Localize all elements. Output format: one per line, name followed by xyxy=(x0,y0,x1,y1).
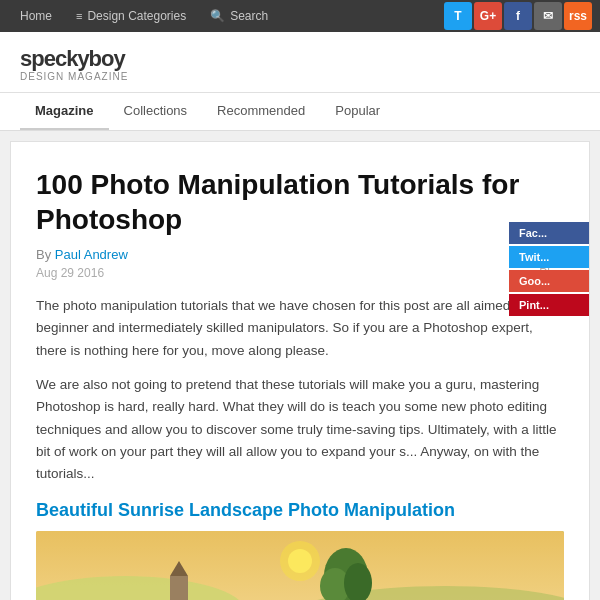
article-date: Aug 29 2016 xyxy=(36,266,104,280)
author-label: By xyxy=(36,247,51,262)
social-icons-group: T G+ f ✉ rss xyxy=(444,2,592,30)
twitter-social-icon[interactable]: T xyxy=(444,2,472,30)
article-paragraph-1: The photo manipulation tutorials that we… xyxy=(36,295,564,362)
email-social-icon[interactable]: ✉ xyxy=(534,2,562,30)
hamburger-icon: ≡ xyxy=(76,10,82,22)
share-sidebar: Fac... Twit... Goo... Pint... xyxy=(509,222,589,316)
tab-popular[interactable]: Popular xyxy=(320,93,395,130)
facebook-social-icon[interactable]: f xyxy=(504,2,532,30)
nav-categories[interactable]: ≡ Design Categories xyxy=(64,0,198,32)
author-link[interactable]: Paul Andrew xyxy=(55,247,128,262)
subsection-title-link[interactable]: Beautiful Sunrise Landscape Photo Manipu… xyxy=(36,500,564,521)
article-image xyxy=(36,531,564,600)
share-pinterest-button[interactable]: Pint... xyxy=(509,294,589,316)
rss-social-icon[interactable]: rss xyxy=(564,2,592,30)
main-content: Fac... Twit... Goo... Pint... 100 Photo … xyxy=(10,141,590,600)
article-author: By Paul Andrew xyxy=(36,247,564,262)
article-title: 100 Photo Manipulation Tutorials for Pho… xyxy=(36,167,564,237)
tab-collections[interactable]: Collections xyxy=(109,93,203,130)
nav-home[interactable]: Home xyxy=(8,0,64,32)
top-navigation: Home ≡ Design Categories 🔍 Search T G+ f… xyxy=(0,0,600,32)
share-twitter-button[interactable]: Twit... xyxy=(509,246,589,268)
tab-magazine[interactable]: Magazine xyxy=(20,93,109,130)
nav-categories-label: Design Categories xyxy=(87,9,186,23)
share-gplus-button[interactable]: Goo... xyxy=(509,270,589,292)
site-header: speckyboy Design Magazine xyxy=(0,32,600,93)
tab-navigation: Magazine Collections Recommended Popular xyxy=(0,93,600,131)
search-icon: 🔍 xyxy=(210,9,225,23)
landscape-svg xyxy=(36,531,564,600)
share-facebook-button[interactable]: Fac... xyxy=(509,222,589,244)
logo-main-text: speckyboy xyxy=(20,47,580,71)
nav-search[interactable]: 🔍 Search xyxy=(198,0,280,32)
svg-point-11 xyxy=(288,549,312,573)
site-logo[interactable]: speckyboy Design Magazine xyxy=(20,47,580,82)
gplus-social-icon[interactable]: G+ xyxy=(474,2,502,30)
nav-search-label: Search xyxy=(230,9,268,23)
article-paragraph-2: We are also not going to pretend that th… xyxy=(36,374,564,485)
article-date-row: Aug 29 2016 Ph... xyxy=(36,266,564,280)
svg-rect-4 xyxy=(170,576,188,600)
logo-sub-text: Design Magazine xyxy=(20,71,580,82)
tab-recommended[interactable]: Recommended xyxy=(202,93,320,130)
article-body: The photo manipulation tutorials that we… xyxy=(36,295,564,485)
